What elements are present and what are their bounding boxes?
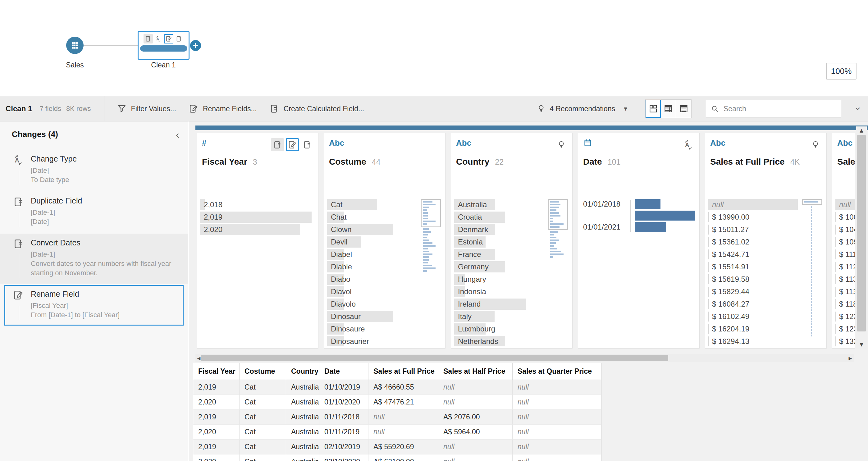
minimap-viewport[interactable] (548, 199, 568, 230)
value-row[interactable]: $ 13990.00 (708, 212, 798, 223)
value-row[interactable]: $ 118 (835, 299, 855, 310)
value-row[interactable]: Diabel (327, 249, 416, 260)
value-row[interactable]: Germany (454, 261, 544, 272)
value-row[interactable]: $ 100 (835, 212, 855, 223)
change-item-convert-dates[interactable]: Convert Dates[Date-1]Convert dates to ye… (0, 234, 188, 284)
histogram-row[interactable] (583, 211, 695, 221)
search-field[interactable] (706, 100, 841, 117)
table-header-country[interactable]: Country (286, 363, 319, 380)
rename-icon[interactable] (286, 138, 299, 151)
changes-collapse-icon[interactable]: ‹ (176, 130, 179, 139)
value-row[interactable]: Diable (327, 261, 416, 272)
value-row[interactable]: Cat (327, 199, 416, 210)
value-row[interactable]: Italy (454, 311, 544, 322)
value-row[interactable]: $ 111 (835, 249, 855, 260)
duplicate-icon[interactable] (271, 138, 284, 151)
value-row[interactable]: 2,018 (200, 199, 315, 210)
value-row[interactable]: $ 16084.27 (708, 299, 798, 310)
profile-card-date[interactable]: ADate10101/01/201801/01/2021 (578, 133, 700, 348)
value-row[interactable]: Hungary (454, 274, 544, 285)
list-view-button[interactable] (676, 100, 691, 118)
value-row[interactable]: $ 15361.02 (708, 237, 798, 248)
filter-values-button[interactable]: Filter Values... (117, 104, 176, 114)
value-row[interactable]: Dinosaure (327, 324, 416, 335)
value-row[interactable]: $ 113 (835, 274, 855, 285)
profile-view-button[interactable] (646, 100, 661, 118)
add-step-button[interactable]: + (190, 40, 201, 51)
minimap-viewport[interactable] (802, 199, 822, 205)
value-row[interactable]: Diavolo (327, 299, 416, 310)
value-row[interactable]: Dinosaur (327, 311, 416, 322)
value-row[interactable]: $ 15424.71 (708, 249, 798, 260)
profile-card-country[interactable]: AbcCountry22AustraliaCroatiaDenmarkEston… (451, 133, 572, 348)
value-row[interactable]: Devil (327, 237, 416, 248)
value-row[interactable]: France (454, 249, 544, 260)
lightbulb-icon[interactable] (555, 138, 568, 151)
search-input[interactable] (723, 104, 827, 113)
data-grid-view-button[interactable] (661, 100, 676, 118)
value-row[interactable]: $ 109 (835, 237, 855, 248)
value-row[interactable]: $ 113 (835, 286, 855, 297)
value-row[interactable]: $ 16294.13 (708, 336, 798, 346)
collapse-pane-chevron-icon[interactable]: › (853, 107, 864, 110)
value-row[interactable]: 2,020 (200, 224, 315, 235)
recommendations-button[interactable]: 4 Recommendations ▼ (536, 104, 627, 113)
change-item-duplicate-field[interactable]: Duplicate Field[Date-1][Date] (0, 192, 188, 233)
value-row[interactable]: null (835, 199, 855, 210)
value-row[interactable]: Netherlands (454, 336, 544, 346)
horizontal-scroll-thumb[interactable] (201, 355, 668, 361)
node-rename-field-icon[interactable] (164, 34, 173, 43)
value-row[interactable]: Luxmbourg (454, 324, 544, 335)
value-row[interactable]: $ 15619.58 (708, 274, 798, 285)
value-row[interactable]: Australia (454, 199, 544, 210)
distribution-minimap[interactable] (548, 199, 568, 259)
value-row[interactable]: Dinosaurier (327, 336, 416, 346)
table-header-costume[interactable]: Costume (240, 363, 286, 380)
value-row[interactable]: Diavol (327, 286, 416, 297)
profile-card-costume[interactable]: AbcCostume44CatChatClownDevilDiabelDiabl… (324, 133, 445, 348)
value-row[interactable]: $ 15829.44 (708, 286, 798, 297)
table-header-sales-at-half-price[interactable]: Sales at Half Price (438, 363, 513, 380)
value-row[interactable]: $ 123 (835, 311, 855, 322)
node-duplicate-field-icon[interactable] (144, 34, 153, 43)
value-row[interactable]: Clown (327, 224, 416, 235)
flow-node-clean1[interactable]: A (137, 31, 189, 60)
value-row[interactable]: Croatia (454, 212, 544, 223)
histogram-row[interactable]: 01/01/2018 (583, 199, 695, 209)
value-row[interactable]: Diabo (327, 274, 416, 285)
value-row[interactable]: $ 15011.27 (708, 224, 798, 235)
table-header-fiscal-year[interactable]: Fiscal Year (193, 363, 240, 380)
lightbulb-icon[interactable] (809, 138, 822, 151)
table-header-date[interactable]: Date (319, 363, 368, 380)
vertical-scroll-thumb[interactable] (857, 135, 866, 332)
value-row[interactable]: $ 123 (835, 324, 855, 335)
value-row[interactable]: Indonsia (454, 286, 544, 297)
scroll-down-icon[interactable]: ▼ (856, 340, 867, 348)
value-row[interactable]: 2,019 (200, 212, 315, 223)
change-type-icon[interactable]: A (682, 138, 695, 151)
node-change-type-icon[interactable]: A (154, 34, 163, 43)
change-item-change-type[interactable]: AChange Type[Date]To Date type (0, 150, 188, 190)
node-remove-field-icon[interactable] (174, 34, 184, 43)
value-row[interactable]: $ 16204.19 (708, 324, 798, 335)
flow-node-sales[interactable] (66, 37, 84, 54)
scroll-right-icon[interactable]: ▶ (847, 354, 854, 362)
profile-card-sales-at-full-price[interactable]: AbcSales at Full Price4Knull$ 13990.00$ … (705, 133, 827, 348)
minimap-viewport[interactable] (421, 199, 441, 227)
distribution-minimap[interactable] (421, 199, 441, 273)
histogram-row[interactable]: 01/01/2021 (583, 222, 695, 232)
profile-horizontal-scrollbar[interactable]: ◀ ▶ (195, 354, 854, 362)
value-row[interactable]: Chat (327, 212, 416, 223)
value-row[interactable]: $ 15514.91 (708, 261, 798, 272)
distribution-minimap[interactable] (802, 199, 822, 336)
profile-vertical-scrollbar[interactable]: ▲ ▼ (856, 126, 867, 348)
table-header-sales-at-quarter-price[interactable]: Sales at Quarter Price (513, 363, 601, 380)
value-row[interactable]: $ 112 (835, 261, 855, 272)
value-row[interactable]: Ireland (454, 299, 544, 310)
create-calculated-field-button[interactable]: Create Calculated Field... (269, 104, 364, 114)
table-header-sales-at-full-price[interactable]: Sales at Full Price (368, 363, 438, 380)
change-item-rename-field[interactable]: Rename Field[Fiscal Year]From [Date-1] t… (4, 285, 184, 326)
value-row[interactable]: $ 104 (835, 224, 855, 235)
scroll-up-icon[interactable]: ▲ (856, 126, 867, 134)
value-row[interactable]: $ 132 (835, 336, 855, 346)
